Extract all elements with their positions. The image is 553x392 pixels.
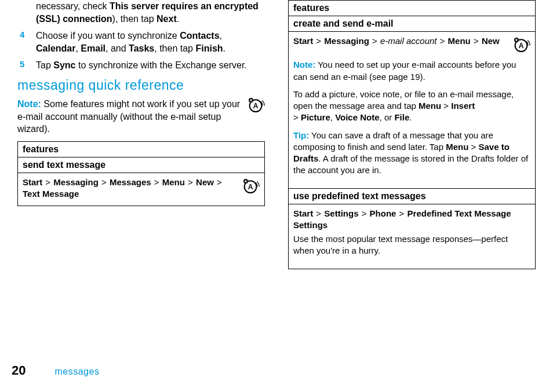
nav-path-item: Settings (324, 208, 358, 218)
page-footer: 20 messages (12, 363, 99, 378)
table-cell: Start > Messaging > e-mail account > Men… (289, 32, 535, 188)
text: to synchronize with the Exchange server. (76, 60, 247, 70)
text: , (330, 112, 335, 122)
ui-label: Contacts (180, 31, 219, 41)
paragraph: Use the most popular text message respon… (293, 233, 530, 257)
text: Choose if you want to synchronize (36, 31, 180, 41)
section-name: messages (54, 367, 99, 377)
text: , or (380, 112, 395, 122)
note-paragraph: Note: You need to set up your e-mail acc… (293, 59, 530, 83)
nav-path-item: Start (293, 208, 313, 218)
features-table-right: features create and send e-mail Start > … (288, 0, 536, 269)
step-number: 5 (17, 59, 36, 69)
tip-label: Tip: (293, 130, 309, 140)
nav-path-item: Messaging (53, 177, 99, 187)
chevron-right-icon: > (45, 177, 51, 187)
ui-label: Voice Note (335, 112, 379, 122)
nav-path-item: Messaging (324, 36, 369, 46)
text: Tap (36, 60, 53, 70)
nav-path-item: Text Message (23, 189, 79, 199)
text: . (409, 112, 412, 122)
note-label: Note: (293, 60, 315, 69)
table-subheader: create and send e-mail (289, 16, 535, 32)
nav-path-item: New (482, 36, 500, 46)
ui-label: Menu (446, 142, 468, 152)
ui-label: Tasks (129, 43, 154, 53)
chevron-right-icon: > (315, 36, 322, 46)
text: > (293, 112, 301, 122)
table-cell: Start > Messaging > Messages > Menu > Ne… (18, 173, 264, 206)
table-subheader: send text message (18, 157, 264, 173)
page-number: 20 (12, 363, 26, 378)
nav-path-item: Phone (370, 208, 396, 218)
text: ), then tap (112, 14, 157, 24)
svg-text:A: A (519, 42, 524, 50)
chevron-right-icon: > (154, 177, 160, 187)
text: . (177, 14, 179, 24)
ui-label: File (394, 112, 409, 122)
left-column: necessary, check This server requires an… (17, 0, 265, 269)
nav-path-item: Menu (162, 177, 185, 187)
step-5: 5 Tap Sync to synchronize with the Excha… (17, 59, 265, 72)
step-4: 4 Choose if you want to synchronize Cont… (17, 30, 265, 54)
text: necessary, check (36, 1, 110, 11)
ui-label: Email (81, 43, 105, 53)
ui-label: Next (157, 14, 177, 24)
nav-path-item: New (196, 177, 214, 187)
ui-label: Menu (419, 101, 441, 111)
paragraph: To add a picture, voice note, or file to… (293, 89, 530, 124)
step-continuation: necessary, check This server requires an… (17, 0, 265, 25)
note-text: You need to set up your e-mail accounts … (293, 60, 516, 81)
step-list: necessary, check This server requires an… (17, 0, 265, 72)
page-body: necessary, check This server requires an… (0, 0, 553, 269)
account-icon: A (512, 35, 530, 57)
right-column: features create and send e-mail Start > … (288, 0, 536, 269)
features-table-left: features send text message Start > Messa… (17, 141, 265, 207)
table-header: features (18, 142, 264, 157)
text: , (220, 31, 222, 41)
account-icon: A (246, 96, 265, 116)
chevron-right-icon: > (361, 208, 368, 218)
text: To add a picture, voice note, or file to… (293, 89, 514, 111)
chevron-right-icon: > (101, 177, 107, 187)
chevron-right-icon: > (372, 36, 378, 46)
ui-label: Picture (301, 112, 330, 122)
account-icon: A (241, 177, 260, 198)
nav-path-item-variable: e-mail account (380, 36, 437, 46)
text: . (223, 43, 225, 53)
table-cell: Start > Settings > Phone > Predefined Te… (289, 204, 535, 269)
svg-text:A: A (253, 102, 259, 110)
nav-path-item: Menu (448, 36, 471, 46)
text: > (441, 101, 451, 111)
tip-text: . A draft of the message is stored in th… (293, 153, 528, 175)
tip-paragraph: Tip: You can save a draft of a message t… (293, 130, 530, 177)
note-paragraph: Note: Some features might not work if yo… (17, 98, 242, 135)
text: > (468, 142, 478, 152)
table-header: features (289, 1, 535, 16)
nav-path-item: Start (23, 177, 42, 187)
ui-label: Calendar (36, 43, 75, 53)
step-number: 4 (17, 30, 36, 39)
text: , then tap (154, 43, 195, 53)
note-text: Some features might not work if you set … (17, 99, 240, 134)
chevron-right-icon: > (399, 208, 405, 218)
ui-label: Finish (195, 43, 223, 53)
svg-text:A: A (248, 182, 253, 190)
section-heading: messaging quick reference (17, 78, 265, 93)
chevron-right-icon: > (315, 208, 322, 218)
chevron-right-icon: > (439, 36, 446, 46)
ui-label: Insert (451, 101, 475, 111)
text: , and (105, 43, 129, 53)
nav-path-item: Messages (110, 177, 151, 187)
chevron-right-icon: > (473, 36, 479, 46)
chevron-right-icon: > (187, 177, 194, 187)
nav-path-item: Start (293, 36, 313, 46)
chevron-right-icon: > (216, 177, 223, 187)
table-subheader: use predefined text messages (289, 188, 535, 204)
note-label: Note: (17, 99, 41, 109)
note-row: Note: Some features might not work if yo… (17, 96, 265, 141)
ui-label: Sync (53, 60, 75, 70)
